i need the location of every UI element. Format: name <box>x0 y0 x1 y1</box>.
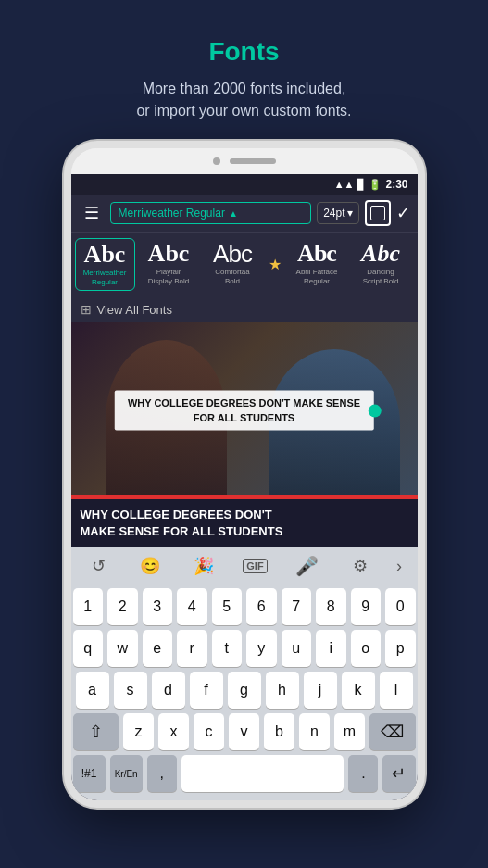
font-item-comfortaa[interactable]: Abc ComfortaaBold <box>203 238 263 291</box>
status-bar: ▲▲ ▊ 🔋 2:30 <box>71 174 418 195</box>
star-icon: ★ <box>269 256 282 273</box>
key-0[interactable]: 0 <box>385 588 416 625</box>
emoji-icon[interactable]: 😊 <box>134 554 166 578</box>
settings-icon[interactable]: ⚙ <box>347 554 373 578</box>
key-1[interactable]: 1 <box>73 588 104 625</box>
gif-icon[interactable]: GIF <box>243 559 267 573</box>
key-b[interactable]: b <box>264 713 294 750</box>
signal-icon: ▲▲ <box>334 179 355 190</box>
lang-key[interactable]: Kr/En <box>110 755 143 792</box>
symbol-key[interactable]: !#1 <box>73 755 106 792</box>
mic-icon[interactable]: 🎤 <box>290 553 324 579</box>
phone-speaker <box>230 158 276 164</box>
key-d[interactable]: d <box>152 672 185 709</box>
page-title: Fonts <box>19 37 469 67</box>
undo-icon[interactable]: ↺ <box>86 554 111 578</box>
key-s[interactable]: s <box>114 672 147 709</box>
check-icon[interactable]: ✓ <box>396 203 410 223</box>
period-key[interactable]: . <box>348 755 378 792</box>
key-w[interactable]: w <box>107 630 138 667</box>
border-button[interactable] <box>365 200 391 226</box>
key-t[interactable]: t <box>212 630 243 667</box>
app-content: ▲▲ ▊ 🔋 2:30 ☰ Merriweather Regular ▲ 24p… <box>71 174 418 800</box>
font-item-abril[interactable]: Abc Abril FatfaceRegular <box>287 238 347 291</box>
key-9[interactable]: 9 <box>351 588 382 625</box>
key-h[interactable]: h <box>266 672 299 709</box>
font-selector-label: Merriweather Regular <box>119 207 225 220</box>
preview-text-overlay[interactable]: WHY COLLEGE DEGREES DON'T MAKE SENSE FOR… <box>114 391 374 431</box>
keyboard[interactable]: 1 2 3 4 5 6 7 8 9 0 q w e r t y u i <box>71 585 418 800</box>
red-progress-bar <box>71 495 418 499</box>
key-a[interactable]: a <box>76 672 109 709</box>
key-7[interactable]: 7 <box>282 588 312 625</box>
key-6[interactable]: 6 <box>246 588 277 625</box>
page-subtitle: More than 2000 fonts included, or import… <box>19 78 469 122</box>
font-abc-playfair: Abc <box>148 242 190 266</box>
key-4[interactable]: 4 <box>177 588 207 625</box>
expand-icon[interactable]: › <box>396 557 402 576</box>
phone-top-bar <box>71 148 418 174</box>
font-item-merriweather[interactable]: Abc MerriweatherRegular <box>75 238 135 291</box>
key-y[interactable]: y <box>246 630 277 667</box>
key-c[interactable]: c <box>194 713 224 750</box>
size-selector[interactable]: 24pt ▾ <box>317 202 358 224</box>
key-3[interactable]: 3 <box>143 588 173 625</box>
camera-dot <box>213 157 220 165</box>
image-preview: WHY COLLEGE DEGREES DON'T MAKE SENSE FOR… <box>71 322 418 498</box>
inner-border-icon <box>370 206 385 220</box>
menu-icon[interactable]: ☰ <box>79 201 105 225</box>
key-g[interactable]: g <box>228 672 261 709</box>
font-item-dancing[interactable]: Abc DancingScript Bold <box>351 238 411 291</box>
key-z[interactable]: z <box>123 713 154 750</box>
key-q[interactable]: q <box>73 630 104 667</box>
font-item-playfair[interactable]: Abc PlayfairDisplay Bold <box>139 238 199 291</box>
top-section: Fonts More than 2000 fonts included, or … <box>0 0 488 141</box>
wifi-icon: ▊ <box>357 179 365 191</box>
key-l[interactable]: l <box>380 672 413 709</box>
phone-mockup: ▲▲ ▊ 🔋 2:30 ☰ Merriweather Regular ▲ 24p… <box>64 141 425 808</box>
preview-background: WHY COLLEGE DEGREES DON'T MAKE SENSE FOR… <box>71 322 418 498</box>
key-m[interactable]: m <box>334 713 365 750</box>
backspace-key[interactable]: ⌫ <box>369 713 416 750</box>
font-abc-dancing: Abc <box>361 242 400 266</box>
toolbar: ☰ Merriweather Regular ▲ 24pt ▾ ✓ <box>71 195 418 232</box>
keyboard-row-zxcv: ⇧ z x c v b n m ⌫ <box>73 713 416 750</box>
key-p[interactable]: p <box>385 630 416 667</box>
key-k[interactable]: k <box>342 672 375 709</box>
key-i[interactable]: i <box>316 630 346 667</box>
key-f[interactable]: f <box>190 672 223 709</box>
key-v[interactable]: v <box>229 713 259 750</box>
shift-key[interactable]: ⇧ <box>73 713 119 750</box>
size-arrow: ▾ <box>347 207 353 220</box>
space-key[interactable] <box>181 755 344 792</box>
key-o[interactable]: o <box>351 630 382 667</box>
green-handle-dot[interactable] <box>369 404 382 417</box>
font-selector-arrow: ▲ <box>229 208 238 219</box>
keyboard-emoji-bar: ↺ 😊 🎉 GIF 🎤 ⚙ › <box>71 547 418 585</box>
bottom-text-section: WHY COLLEGE DEGREES DON'TMAKE SENSE FOR … <box>71 499 418 547</box>
key-n[interactable]: n <box>299 713 330 750</box>
enter-key[interactable]: ↵ <box>382 755 415 792</box>
font-selector[interactable]: Merriweather Regular ▲ <box>110 202 312 224</box>
key-x[interactable]: x <box>158 713 189 750</box>
comma-key[interactable]: , <box>147 755 177 792</box>
key-e[interactable]: e <box>143 630 173 667</box>
sticker-icon[interactable]: 🎉 <box>188 554 219 578</box>
font-abc-merriweather: Abc <box>84 243 126 267</box>
font-label-merriweather: MerriweatherRegular <box>83 269 127 286</box>
battery-icon: 🔋 <box>369 179 382 191</box>
key-8[interactable]: 8 <box>316 588 346 625</box>
key-5[interactable]: 5 <box>212 588 243 625</box>
font-abc-comfortaa: Abc <box>213 242 252 266</box>
overlay-text: WHY COLLEGE DEGREES DON'T MAKE SENSE FOR… <box>128 397 360 422</box>
view-all-fonts[interactable]: ⊞ View All Fonts <box>71 296 418 322</box>
bottom-headline: WHY COLLEGE DEGREES DON'TMAKE SENSE FOR … <box>81 507 408 540</box>
key-r[interactable]: r <box>177 630 207 667</box>
key-j[interactable]: j <box>304 672 337 709</box>
font-label-playfair: PlayfairDisplay Bold <box>148 268 189 285</box>
font-list: Abc MerriweatherRegular Abc PlayfairDisp… <box>71 232 418 296</box>
key-2[interactable]: 2 <box>107 588 138 625</box>
key-u[interactable]: u <box>282 630 312 667</box>
grid-icon: ⊞ <box>81 302 92 317</box>
keyboard-row-asdf: a s d f g h j k l <box>73 672 416 709</box>
